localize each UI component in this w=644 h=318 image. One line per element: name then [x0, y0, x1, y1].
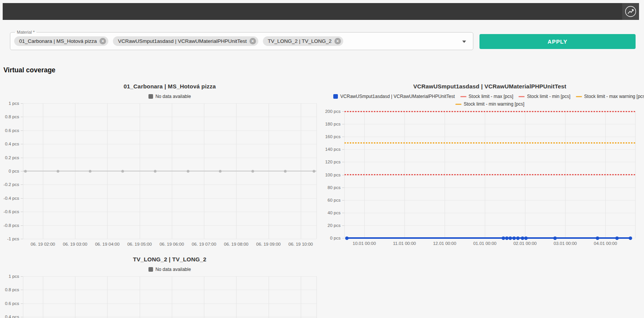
y-gridline — [23, 198, 316, 199]
legend-label: VCRawUSmput1asdasd | VCRawUMaterialPHPUn… — [340, 94, 455, 99]
data-point-marker — [121, 170, 124, 173]
data-point-marker — [154, 170, 157, 173]
plot-left-border — [23, 276, 23, 318]
chart-title: TV_LONG_2 | TV_LONG_2 — [23, 256, 316, 263]
y-axis-label: 20 pcs — [323, 223, 341, 228]
legend-item[interactable]: Stock limit - max [pcs] — [460, 94, 514, 99]
y-axis-label: 160 pcs — [323, 134, 341, 139]
y-gridline — [23, 303, 316, 304]
data-point-marker — [615, 236, 619, 240]
x-axis-label: 10.01 00:00 — [343, 241, 385, 246]
legend-marker-icon — [455, 104, 461, 105]
y-axis-label: 0 pcs — [323, 236, 341, 240]
section-title: Virtual coverage — [3, 66, 55, 74]
chart-legend: No data available — [0, 267, 339, 272]
series-line — [347, 237, 631, 239]
data-point-marker — [284, 170, 287, 173]
legend-item: No data available — [148, 267, 191, 272]
y-gridline — [344, 225, 635, 226]
y-axis-label: 60 pcs — [323, 198, 341, 202]
y-axis-label: 1 pcs — [0, 274, 19, 279]
material-chip[interactable]: 01_Carbonara | MS_Hotová pizza× — [14, 36, 108, 46]
data-point-marker — [219, 170, 222, 173]
y-axis-label: 140 pcs — [323, 147, 341, 152]
series-line — [23, 171, 316, 171]
legend-marker-icon — [148, 94, 153, 99]
material-select-field[interactable]: Material * 01_Carbonara | MS_Hotová pizz… — [10, 32, 473, 50]
limit-line — [344, 111, 635, 112]
y-gridline — [344, 188, 635, 188]
y-axis-label: 0.8 pcs — [0, 114, 19, 119]
legend-item: No data available — [148, 94, 191, 99]
material-chip-list: 01_Carbonara | MS_Hotová pizza×VCRawUSmp… — [14, 36, 343, 46]
legend-item[interactable]: VCRawUSmput1asdasd | VCRawUMaterialPHPUn… — [333, 94, 455, 99]
data-point-marker — [502, 236, 505, 240]
chip-remove-icon[interactable]: × — [334, 38, 341, 44]
y-gridline — [23, 130, 316, 131]
material-chip-label: VCRawUSmput1asdasd | VCRawUMaterialPHPUn… — [118, 38, 247, 44]
y-axis-label: -0.6 pcs — [0, 209, 19, 214]
data-point-marker — [187, 170, 189, 173]
chip-remove-icon[interactable]: × — [249, 38, 256, 44]
data-point-marker — [24, 170, 27, 173]
apply-button[interactable]: APPLY — [479, 34, 636, 49]
line-chart-icon — [625, 6, 636, 17]
chart-legend: No data available — [0, 94, 339, 99]
y-axis-label: 120 pcs — [323, 160, 341, 164]
material-chip[interactable]: TV_LONG_2 | TV_LONG_2× — [263, 36, 343, 46]
data-point-marker — [505, 236, 509, 240]
header-bar — [3, 3, 639, 20]
x-axis-label: 06. 19 10:00 — [280, 242, 322, 246]
y-gridline — [344, 200, 635, 201]
y-gridline — [23, 117, 316, 117]
x-axis-label: 11.01 00:00 — [383, 241, 426, 246]
legend-label: No data available — [155, 267, 191, 272]
data-point-marker — [89, 170, 91, 173]
chart-vcraw: VCRawUSmput1asdasd | VCRawUMaterialPHPUn… — [323, 77, 644, 251]
y-gridline — [23, 317, 316, 317]
legend-marker-icon — [518, 96, 525, 97]
y-gridline — [344, 213, 635, 213]
data-point-marker — [596, 236, 599, 240]
x-gridline — [75, 276, 75, 318]
data-point-marker — [57, 170, 59, 173]
chart-carbonara: 01_Carbonara | MS_Hotová pizzaNo data av… — [0, 77, 323, 251]
x-gridline — [269, 276, 269, 318]
x-gridline — [204, 276, 204, 318]
x-gridline — [140, 276, 140, 318]
y-axis-label: 80 pcs — [323, 185, 341, 190]
chart-tvlong: TV_LONG_2 | TV_LONG_2No data available1 … — [0, 250, 323, 318]
x-gridline — [43, 276, 43, 318]
chip-remove-icon[interactable]: × — [99, 38, 106, 44]
limit-line — [344, 142, 635, 144]
y-gridline — [23, 276, 316, 277]
y-gridline — [344, 149, 635, 150]
data-point-marker — [345, 236, 349, 240]
y-gridline — [23, 225, 316, 226]
chart-title: 01_Carbonara | MS_Hotová pizza — [23, 83, 316, 90]
legend-item[interactable]: Stock limit - min warning [pcs] — [455, 101, 525, 107]
legend-label: Stock limit - max [pcs] — [469, 94, 514, 99]
y-axis-label: -0.2 pcs — [0, 182, 19, 187]
y-axis-label: 0 pcs — [0, 169, 19, 173]
y-axis-tick — [342, 238, 344, 238]
material-field-label: Material * — [15, 30, 36, 35]
legend-item[interactable]: Stock limit - min [pcs] — [518, 94, 570, 99]
y-gridline — [23, 103, 316, 104]
y-gridline — [23, 290, 316, 290]
y-gridline — [23, 239, 316, 239]
y-axis-label: 0.4 pcs — [0, 315, 19, 318]
legend-marker-icon — [148, 267, 153, 272]
dropdown-arrow-icon[interactable] — [462, 41, 466, 43]
y-axis-label: 0.8 pcs — [0, 287, 19, 292]
x-axis-label: 01.01 00:00 — [464, 241, 506, 246]
limit-line — [344, 174, 635, 175]
x-axis-label: 12.01 00:00 — [424, 241, 466, 246]
page: Material * 01_Carbonara | MS_Hotová pizz… — [0, 0, 644, 318]
x-gridline — [107, 276, 108, 318]
y-axis-label: 40 pcs — [323, 210, 341, 215]
legend-marker-icon — [460, 96, 466, 97]
chart-view-button[interactable] — [622, 3, 639, 20]
material-chip[interactable]: VCRawUSmput1asdasd | VCRawUMaterialPHPUn… — [113, 36, 258, 46]
legend-item[interactable]: Stock limit - max warning [pcs] — [576, 94, 644, 99]
